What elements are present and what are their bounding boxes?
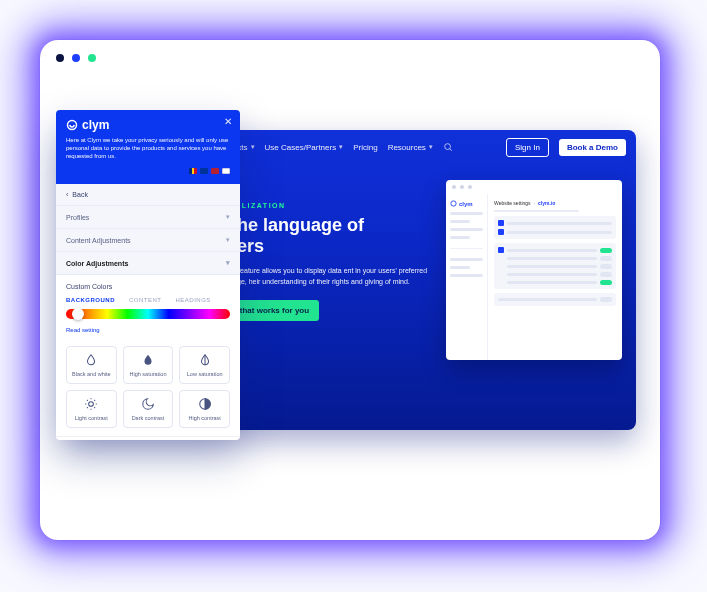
custom-colors-section: Custom Colors BACKGROUND CONTENT HEADING… bbox=[56, 275, 240, 340]
a11y-row-back[interactable]: ‹ Back bbox=[56, 184, 240, 206]
preset-dark-contrast[interactable]: Dark contrast bbox=[123, 390, 174, 428]
dash-traffic bbox=[446, 180, 622, 194]
preset-high-label: High contrast bbox=[188, 415, 220, 421]
preset-low-saturation[interactable]: Low saturation bbox=[179, 346, 230, 384]
svg-point-4 bbox=[89, 402, 94, 407]
a11y-row-profiles-label: Profiles bbox=[66, 214, 89, 221]
droplet-half-icon bbox=[198, 353, 212, 367]
a11y-flags bbox=[66, 168, 230, 174]
a11y-row-content[interactable]: Content Adjustments ▾ bbox=[56, 229, 240, 252]
hero-eyebrow: LOCALIZATION bbox=[216, 202, 446, 209]
preset-dark-label: Dark contrast bbox=[132, 415, 165, 421]
clym-mark-icon bbox=[450, 200, 457, 207]
traffic-dot-dark bbox=[56, 54, 64, 62]
a11y-row-profiles[interactable]: Profiles ▾ bbox=[56, 206, 240, 229]
chevron-down-icon: ▾ bbox=[226, 236, 230, 244]
chevron-down-icon: ▾ bbox=[429, 143, 433, 151]
preset-losat-label: Low saturation bbox=[187, 371, 223, 377]
dashboard-card: clym Website settings · clym.io bbox=[446, 180, 622, 360]
traffic-dot-blue bbox=[72, 54, 80, 62]
dash-block-1 bbox=[494, 216, 616, 239]
nav-pricing[interactable]: Pricing bbox=[353, 143, 377, 152]
hero-headline: k the language of users bbox=[216, 215, 446, 256]
contrast-icon bbox=[198, 397, 212, 411]
custom-colors-title: Custom Colors bbox=[66, 283, 230, 290]
preset-bw-label: Black and white bbox=[72, 371, 111, 377]
chevron-left-icon: ‹ bbox=[66, 191, 68, 198]
cc-tab-background[interactable]: BACKGROUND bbox=[66, 297, 115, 303]
cc-tab-content[interactable]: CONTENT bbox=[129, 297, 162, 303]
dash-main: Website settings · clym.io bbox=[488, 194, 622, 360]
a11y-logo-text: clym bbox=[82, 118, 109, 132]
droplet-icon bbox=[84, 353, 98, 367]
reset-colors-link[interactable]: Read setting bbox=[66, 327, 100, 333]
preset-light-label: Light contrast bbox=[75, 415, 108, 421]
a11y-header: clym ✕ Here at Clym we take your privacy… bbox=[56, 110, 240, 184]
sun-icon bbox=[84, 397, 98, 411]
nav-pricing-label: Pricing bbox=[353, 143, 377, 152]
a11y-logo: clym bbox=[66, 118, 230, 132]
dash-title-prefix: Website settings bbox=[494, 200, 531, 206]
chevron-down-icon: ▾ bbox=[339, 143, 343, 151]
dash-title-site: clym.io bbox=[538, 200, 555, 206]
svg-point-3 bbox=[68, 121, 77, 130]
chevron-down-icon: ▾ bbox=[226, 259, 230, 267]
hero-copy: LOCALIZATION k the language of users iza… bbox=[216, 202, 446, 321]
close-icon[interactable]: ✕ bbox=[224, 116, 232, 127]
nav-usecases-label: Use Cases/Partners bbox=[265, 143, 337, 152]
svg-point-0 bbox=[445, 144, 451, 150]
dash-block-2 bbox=[494, 243, 616, 289]
a11y-row-color-label: Color Adjustments bbox=[66, 260, 128, 267]
dash-logo: clym bbox=[450, 200, 483, 207]
hue-slider-knob[interactable] bbox=[72, 308, 84, 320]
preset-high-saturation[interactable]: High saturation bbox=[123, 346, 174, 384]
cc-tab-headings[interactable]: HEADINGS bbox=[176, 297, 211, 303]
flag-us-icon[interactable] bbox=[211, 168, 219, 174]
moon-icon bbox=[141, 397, 155, 411]
svg-point-2 bbox=[451, 201, 456, 206]
clym-mark-icon bbox=[66, 119, 78, 131]
a11y-row-back-label: Back bbox=[72, 191, 88, 198]
a11y-privacy-msg: Here at Clym we take your privacy seriou… bbox=[66, 136, 230, 160]
a11y-row-content-label: Content Adjustments bbox=[66, 237, 131, 244]
nav-resources-label: Resources bbox=[388, 143, 426, 152]
hero-body: ization feature allows you to display da… bbox=[216, 266, 446, 287]
flag-ro-icon[interactable] bbox=[189, 168, 197, 174]
a11y-row-color[interactable]: Color Adjustments ▾ bbox=[56, 252, 240, 275]
preset-grid: Black and white High saturation Low satu… bbox=[56, 340, 240, 436]
chevron-down-icon: ▾ bbox=[226, 213, 230, 221]
nav-usecases[interactable]: Use Cases/Partners ▾ bbox=[265, 143, 344, 152]
chevron-down-icon: ▾ bbox=[251, 143, 255, 151]
signin-button[interactable]: Sign In bbox=[506, 138, 549, 157]
hue-slider[interactable] bbox=[66, 309, 230, 319]
preset-light-contrast[interactable]: Light contrast bbox=[66, 390, 117, 428]
preset-high-contrast[interactable]: High contrast bbox=[179, 390, 230, 428]
book-demo-button[interactable]: Book a Demo bbox=[559, 139, 626, 156]
custom-colors-tabs: BACKGROUND CONTENT HEADINGS bbox=[66, 297, 230, 303]
dash-block-3 bbox=[494, 293, 616, 306]
search-icon[interactable] bbox=[443, 142, 453, 152]
dash-logo-text: clym bbox=[459, 201, 473, 207]
dash-title: Website settings · clym.io bbox=[494, 200, 616, 206]
accessibility-panel: clym ✕ Here at Clym we take your privacy… bbox=[56, 110, 240, 440]
traffic-lights bbox=[56, 54, 96, 62]
preset-hisat-label: High saturation bbox=[129, 371, 166, 377]
svg-line-1 bbox=[450, 149, 452, 151]
preset-black-white[interactable]: Black and white bbox=[66, 346, 117, 384]
traffic-dot-green bbox=[88, 54, 96, 62]
a11y-row-list: ‹ Back Profiles ▾ Content Adjustments ▾ … bbox=[56, 184, 240, 275]
dash-sidebar: clym bbox=[446, 194, 488, 360]
flag-blank-icon[interactable] bbox=[222, 168, 230, 174]
a11y-footer: Powered by Read accessibility policy bbox=[56, 436, 240, 440]
nav-resources[interactable]: Resources ▾ bbox=[388, 143, 433, 152]
droplet-fill-icon bbox=[141, 353, 155, 367]
flag-eu-icon[interactable] bbox=[200, 168, 208, 174]
